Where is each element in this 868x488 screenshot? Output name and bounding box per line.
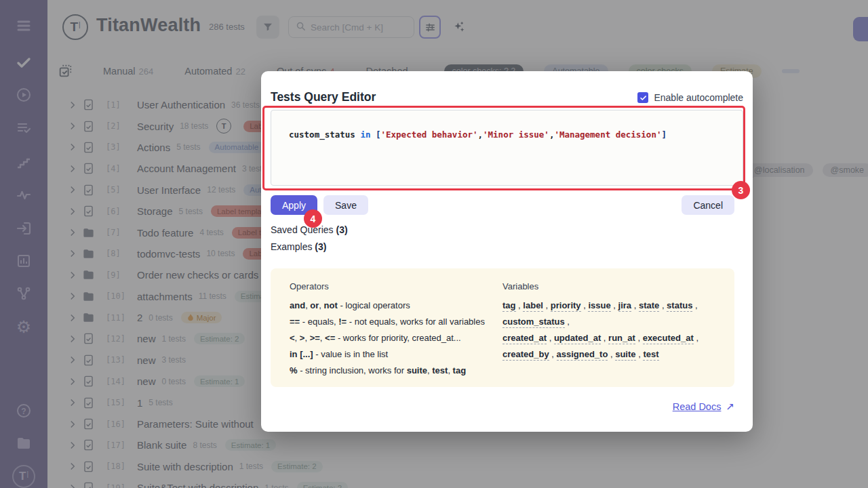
annotation-badge-3: 3 [732,181,750,199]
operators-title: Operators [290,281,502,291]
external-link-icon: ↗ [726,401,734,413]
modal-buttons: Apply Save Cancel [271,195,743,215]
operator-line: and, or, not - logical operators [290,298,502,314]
variable-rows: tag , label , priority , issue , jira , … [502,298,718,363]
variable-row: tag , label , priority , issue , jira , … [502,298,718,314]
operator-line: <, >, >=, <= - works for priority, creat… [290,330,502,346]
variable-chip[interactable]: issue [588,300,610,312]
examples-link[interactable]: Examples (3) [271,241,326,252]
variable-chip[interactable]: executed_at [643,333,694,344]
variable-chip[interactable]: created_at [502,333,547,344]
annotation-badge-4: 4 [304,209,322,228]
variable-chip[interactable]: assigned_to [557,349,608,361]
query-cheatsheet: Operators and, or, not - logical operato… [271,268,734,387]
annotation-highlight-rect [262,106,745,190]
operator-line: == - equals, != - not equals, works for … [290,314,502,330]
operator-line: in [...] - value is in the list [290,346,502,363]
operators-column: Operators and, or, not - logical operato… [290,281,502,387]
save-button[interactable]: Save [323,195,368,215]
variable-chip[interactable]: status [667,300,692,312]
autocomplete-toggle[interactable]: Enable autocomplete [637,92,743,103]
variable-row: created_by , assigned_to , suite , test [502,346,718,363]
cancel-button[interactable]: Cancel [682,195,734,215]
read-docs-link[interactable]: Read Docs ↗ [673,401,734,413]
variable-chip[interactable]: test [643,349,658,361]
variable-row: created_at , updated_at , run_at , execu… [502,330,718,346]
variable-chip[interactable]: jira [618,300,632,312]
app-root: ⚙ ? T| T| TitanWealth 286 tests Manual26… [0,0,868,488]
variable-chip[interactable]: label [523,300,543,312]
autocomplete-label: Enable autocomplete [654,92,743,103]
variable-chip[interactable]: suite [615,349,635,361]
variable-chip[interactable]: run_at [608,333,635,344]
variables-column: Variables tag , label , priority , issue… [502,281,718,387]
variable-chip[interactable]: state [639,300,659,312]
variable-chip[interactable]: created_by [502,349,549,361]
modal-title: Tests Query Editor [271,90,376,104]
checkbox-checked-icon[interactable] [637,92,648,103]
operator-lines: and, or, not - logical operators== - equ… [290,298,502,379]
operator-line: % - string inclusion, works for suite, t… [290,363,502,379]
variables-title: Variables [502,281,718,291]
variable-chip[interactable]: custom_status [502,317,565,328]
variable-chip[interactable]: updated_at [554,333,601,344]
variable-row: custom_status , [502,314,718,330]
variable-chip[interactable]: priority [551,300,581,312]
variable-chip[interactable]: tag [502,300,516,312]
